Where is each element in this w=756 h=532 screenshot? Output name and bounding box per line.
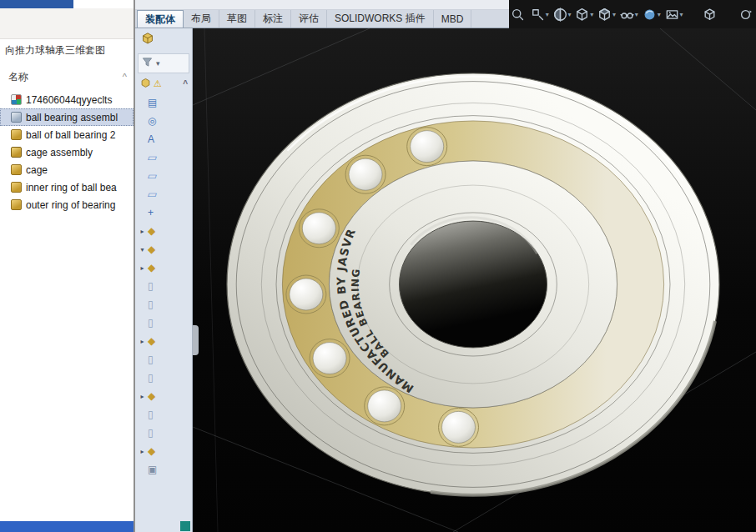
tree-item[interactable]: ▯ [135,405,192,424]
document-icon: ▯ [148,428,154,438]
warning-icon: ⚠ [154,79,162,88]
dropdown-caret-icon[interactable]: ▾ [679,11,683,18]
bearing-ball [290,279,323,310]
ribbon-tab-4[interactable]: 评估 [291,10,327,28]
dropdown-caret-icon[interactable]: ▾ [590,11,593,18]
list-item[interactable]: cage [0,161,134,178]
image-thumbnail-icon [11,94,22,105]
dropdown-caret-icon[interactable]: ▾ [567,11,571,18]
rotate-view-icon[interactable] [737,6,754,23]
ribbon-tab-2[interactable]: 草图 [219,10,255,28]
list-item-label: cage [26,164,48,176]
document-icon: ▯ [148,299,154,309]
part-icon [11,182,22,193]
list-item[interactable]: cage assembly [0,143,134,161]
tree-item[interactable]: ▯ [135,277,192,295]
expander-icon[interactable]: ▸ [139,228,146,235]
name-column-header[interactable]: 名称 ^ [0,68,134,86]
list-item[interactable]: ball of ball bearing 2 [0,126,134,143]
perspective-line [660,28,756,110]
ribbon-tab-5[interactable]: SOLIDWORKS 插件 [327,10,434,28]
tree-item[interactable]: ▯ [135,295,192,314]
expander-icon[interactable]: ▸ [139,264,146,272]
dropdown-caret-icon[interactable]: ▾ [635,11,638,18]
part-icon: ◆ [148,391,155,401]
zoom-fit-icon[interactable] [509,6,527,23]
tree-item[interactable]: ▭ [135,185,192,203]
tree-item[interactable]: ▯ [135,369,192,387]
tree-item[interactable]: ◎ [135,112,192,130]
tree-item[interactable]: ▸◆ [135,258,192,277]
view-cube-icon[interactable] [701,6,718,23]
hide-show-items-icon[interactable] [618,6,636,23]
tree-item[interactable]: ▸◆ [135,387,192,405]
tree-item[interactable]: ▭ [135,167,192,185]
tree-item[interactable]: ▯ [135,350,192,369]
right-plane-icon: ▭ [146,189,159,199]
bearing-ball [349,158,382,190]
assembly-icon [141,32,154,48]
scroll-up-icon[interactable]: ^ [183,79,188,88]
zoom-area-icon[interactable] [529,6,547,23]
list-item[interactable]: 174606044qyyeclts [0,91,134,108]
panel-splitter-handle[interactable] [193,325,199,355]
dropdown-caret-icon[interactable]: ▾ [658,11,661,18]
view-orientation-icon[interactable] [573,6,591,23]
tree-item[interactable]: ▭ [135,148,192,167]
assembly-icon [11,147,22,158]
ball-bearing-model[interactable] [227,73,719,495]
feature-manager-header [135,28,192,52]
part-icon [11,199,22,210]
list-item[interactable]: ball bearing assembl [0,108,134,126]
tree-item[interactable]: ▯ [135,424,192,442]
tree-item[interactable]: ▸◆ [135,222,192,240]
top-bar: 装配体布局草图标注评估SOLIDWORKS 插件MBD ▾▾▾▾▾▾▾ [135,0,756,28]
tree-item[interactable]: + [135,203,192,222]
content-area: ▾ ⚠ ^ ▤◎A▭▭▭+▸◆▾◆▸◆▯▯▯▸◆▯▯▸◆▯▯▸◆▣ [135,28,756,532]
dropdown-caret-icon[interactable]: ▾ [546,11,549,18]
tree-item[interactable]: ▯ [135,314,192,332]
list-item[interactable]: inner ring of ball bea [0,178,134,196]
assembly-root-row[interactable]: ⚠ ^ [135,75,192,92]
tree-item[interactable]: ▾◆ [135,240,192,258]
tree-item[interactable]: ▸◆ [135,442,192,460]
display-style-icon[interactable] [596,6,613,23]
ribbon-tab-0[interactable]: 装配体 [137,10,184,28]
assembly-icon [140,78,151,90]
expander-icon[interactable]: ▸ [139,393,146,400]
collapse-chevron-icon[interactable]: ^ [123,72,127,82]
dropdown-caret-icon[interactable]: ▾ [612,11,616,18]
part-icon: ◆ [148,336,155,346]
ribbon-tab-3[interactable]: 标注 [255,10,291,28]
tree-item[interactable]: A [135,130,192,148]
solidworks-window: 装配体布局草图标注评估SOLIDWORKS 插件MBD ▾▾▾▾▾▾▾ ▾ [135,0,756,532]
history-folder-icon: ▤ [148,98,157,108]
bearing-ball [411,131,444,163]
expander-icon[interactable]: ▸ [139,338,146,345]
filter-dropdown-icon[interactable]: ▾ [156,59,160,68]
tree-item[interactable]: ▣ [135,460,192,479]
3d-scene[interactable]: MANUFACTURED BY JASVR BALL BEARING [193,28,756,532]
ribbon-tab-1[interactable]: 布局 [184,10,219,28]
feature-tree: ▤◎A▭▭▭+▸◆▾◆▸◆▯▯▯▸◆▯▯▸◆▯▯▸◆▣ [135,92,192,532]
graphics-viewport[interactable]: MANUFACTURED BY JASVR BALL BEARING [193,28,756,532]
name-column-label: 名称 [8,70,28,84]
apply-scene-icon[interactable] [663,6,681,23]
status-badge [180,521,190,531]
window-titlebar-fragment [0,0,73,8]
expander-icon[interactable]: ▾ [139,246,146,253]
expander-icon[interactable]: ▸ [139,448,146,455]
perspective-line [193,28,370,105]
ribbon-tab-6[interactable]: MBD [434,10,472,28]
filter-control[interactable]: ▾ [138,53,189,73]
edit-appearance-icon[interactable] [641,6,658,23]
section-view-icon[interactable] [552,6,569,23]
list-item[interactable]: outer ring of bearing [0,196,134,213]
bearing-ball [302,213,335,244]
part-icon [11,129,22,140]
file-explorer-panel: 向推力球轴承三维套图 名称 ^ 174606044qyyecltsball be… [0,0,135,532]
menu-strip [135,0,509,10]
part-icon [11,164,22,175]
tree-item[interactable]: ▸◆ [135,332,192,350]
tree-item[interactable]: ▤ [135,93,192,112]
